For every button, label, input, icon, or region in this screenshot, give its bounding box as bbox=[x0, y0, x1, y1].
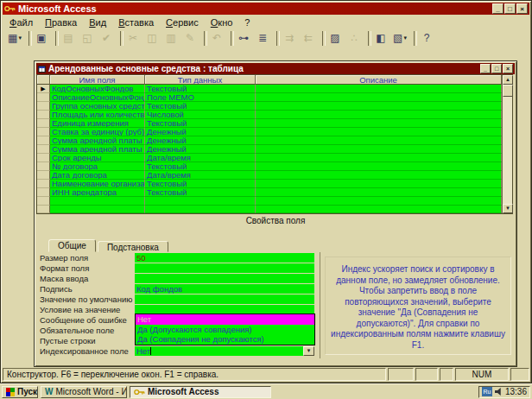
data-type-cell[interactable]: Текстовый bbox=[145, 119, 256, 128]
description-cell[interactable] bbox=[256, 162, 502, 171]
field-name-cell[interactable]: Группа основных средств bbox=[50, 102, 145, 111]
field-name-cell[interactable]: Сумма арендной платы всего bbox=[50, 145, 145, 154]
menu-insert[interactable]: Вставка bbox=[112, 16, 160, 28]
dropdown-option[interactable]: Да (Допускаются совпадения) bbox=[136, 325, 314, 335]
data-type-cell[interactable]: Денежный bbox=[145, 128, 256, 136]
field-name-cell[interactable]: Ставка за единицу (руб) bbox=[50, 128, 145, 136]
properties-button[interactable]: ▨▾ bbox=[326, 29, 345, 47]
cut-button[interactable]: ✂▾ bbox=[124, 29, 142, 47]
field-name-cell[interactable]: Дата договора bbox=[50, 171, 145, 180]
row-selector[interactable]: ▶ bbox=[37, 85, 50, 93]
description-cell[interactable] bbox=[256, 188, 502, 197]
indexed-field-value[interactable]: Нет ▼ bbox=[135, 346, 314, 356]
description-cell[interactable] bbox=[256, 93, 502, 102]
row-selector[interactable] bbox=[37, 154, 50, 162]
app-titlebar[interactable]: Microsoft Access _ □ × bbox=[3, 3, 529, 15]
data-type-cell[interactable]: Денежный bbox=[145, 145, 256, 154]
row-selector[interactable] bbox=[37, 197, 50, 206]
property-value[interactable]: Код фондов bbox=[135, 284, 314, 294]
format-painter-button[interactable]: ✎▾ bbox=[180, 29, 200, 47]
data-type-cell[interactable]: Дата/время bbox=[145, 171, 256, 180]
save-button[interactable]: ▣▾ bbox=[32, 29, 51, 47]
field-name-cell[interactable]: Наименование организации bbox=[50, 180, 145, 188]
help-button[interactable]: ?▾ bbox=[417, 29, 436, 47]
description-cell[interactable] bbox=[256, 206, 502, 214]
data-type-cell[interactable] bbox=[145, 197, 256, 206]
row-selector[interactable] bbox=[37, 136, 50, 145]
print-preview-button[interactable]: ◱▾ bbox=[78, 29, 97, 47]
field-name-cell[interactable]: Срок аренды bbox=[50, 154, 145, 162]
scrollbar-track[interactable] bbox=[503, 97, 512, 204]
data-type-cell[interactable] bbox=[145, 206, 256, 214]
data-type-cell[interactable]: Числовой bbox=[145, 111, 256, 119]
field-name-cell[interactable]: № договора bbox=[50, 162, 145, 171]
description-cell[interactable] bbox=[256, 136, 502, 145]
copy-button[interactable]: ◫▾ bbox=[142, 29, 162, 47]
menu-edit[interactable]: Правка bbox=[39, 16, 83, 28]
indexes-button[interactable]: ≣▾ bbox=[253, 29, 272, 47]
row-selector[interactable] bbox=[37, 119, 50, 128]
data-type-cell[interactable]: Текстовый bbox=[145, 162, 256, 171]
property-value[interactable]: 50 bbox=[135, 253, 314, 263]
language-indicator[interactable]: Ru bbox=[482, 387, 492, 396]
scroll-down-button[interactable]: ▼ bbox=[503, 204, 513, 213]
property-value[interactable] bbox=[135, 294, 314, 304]
data-type-cell[interactable]: Денежный bbox=[145, 136, 256, 145]
description-cell[interactable] bbox=[256, 119, 502, 128]
description-cell[interactable] bbox=[256, 197, 502, 206]
data-type-cell[interactable]: Поле MEMO bbox=[145, 93, 256, 102]
doc-restore-button[interactable]: □ bbox=[491, 64, 502, 73]
paste-button[interactable]: ▥▾ bbox=[162, 29, 180, 47]
close-button[interactable]: × bbox=[516, 3, 528, 14]
menu-tools[interactable]: Сервис bbox=[160, 16, 205, 28]
menu-window[interactable]: Окно bbox=[205, 16, 239, 28]
description-cell[interactable] bbox=[256, 102, 502, 111]
description-cell[interactable] bbox=[256, 111, 502, 119]
property-value[interactable] bbox=[135, 274, 314, 283]
tab-lookup[interactable]: Подстановка bbox=[98, 241, 168, 252]
database-window-button[interactable]: ◧▾ bbox=[371, 29, 390, 47]
description-cell[interactable] bbox=[256, 145, 502, 154]
field-name-cell[interactable] bbox=[50, 197, 145, 206]
menu-help[interactable]: ? bbox=[238, 16, 256, 28]
scrollbar-thumb[interactable] bbox=[503, 85, 513, 97]
vertical-scrollbar[interactable]: ▲ ▼ bbox=[502, 75, 512, 213]
menu-view[interactable]: Вид bbox=[83, 16, 112, 28]
data-type-cell[interactable]: Текстовый bbox=[145, 102, 256, 111]
description-cell[interactable] bbox=[256, 85, 502, 93]
data-type-cell[interactable]: Текстовый bbox=[145, 85, 256, 93]
field-name-cell[interactable]: КодОсновныхФондов bbox=[50, 85, 145, 93]
start-button[interactable]: Пуск bbox=[2, 386, 38, 398]
description-cell[interactable] bbox=[256, 128, 502, 136]
field-name-cell[interactable]: ИНН арендатора bbox=[50, 188, 145, 197]
restore-button[interactable]: □ bbox=[504, 3, 516, 14]
field-name-cell[interactable]: ОписаниеОсновныхФондов bbox=[50, 93, 145, 102]
menu-file[interactable]: Файл bbox=[3, 16, 39, 28]
property-value[interactable] bbox=[135, 263, 314, 273]
data-type-cell[interactable]: Текстовый bbox=[145, 180, 256, 188]
row-selector[interactable] bbox=[37, 111, 50, 119]
data-type-cell[interactable]: Текстовый bbox=[145, 188, 256, 197]
description-cell[interactable] bbox=[256, 171, 502, 180]
row-selector[interactable] bbox=[37, 206, 50, 214]
primary-key-button[interactable]: ⊶▾ bbox=[234, 29, 253, 47]
tab-general[interactable]: Общие bbox=[48, 239, 96, 252]
field-name-cell[interactable]: Сумма арендной платы за месяц bbox=[50, 136, 145, 145]
row-selector[interactable] bbox=[37, 128, 50, 136]
speaker-icon[interactable] bbox=[495, 388, 503, 396]
dropdown-option[interactable]: Да (Совпадения не допускаются) bbox=[136, 334, 314, 345]
spelling-button[interactable]: ✔▾ bbox=[97, 29, 116, 47]
description-cell[interactable] bbox=[256, 180, 502, 188]
row-selector[interactable] bbox=[37, 188, 50, 197]
doc-titlebar[interactable]: Арендованные основные средства : таблица… bbox=[36, 63, 515, 74]
field-name-cell[interactable]: Площадь или количество bbox=[50, 111, 145, 119]
doc-close-button[interactable]: × bbox=[503, 64, 513, 73]
field-name-cell[interactable] bbox=[50, 206, 145, 214]
undo-button[interactable]: ↶▾ bbox=[207, 29, 226, 47]
doc-minimize-button[interactable]: _ bbox=[480, 64, 491, 73]
delete-rows-button[interactable]: ⇇▾ bbox=[299, 29, 318, 47]
taskbar-button-access[interactable]: Microsoft Access bbox=[130, 386, 271, 398]
indexed-dropdown-button[interactable]: ▼ bbox=[303, 346, 314, 356]
build-button[interactable]: ∴▾ bbox=[345, 29, 364, 47]
print-button[interactable]: ▤▾ bbox=[59, 29, 78, 47]
